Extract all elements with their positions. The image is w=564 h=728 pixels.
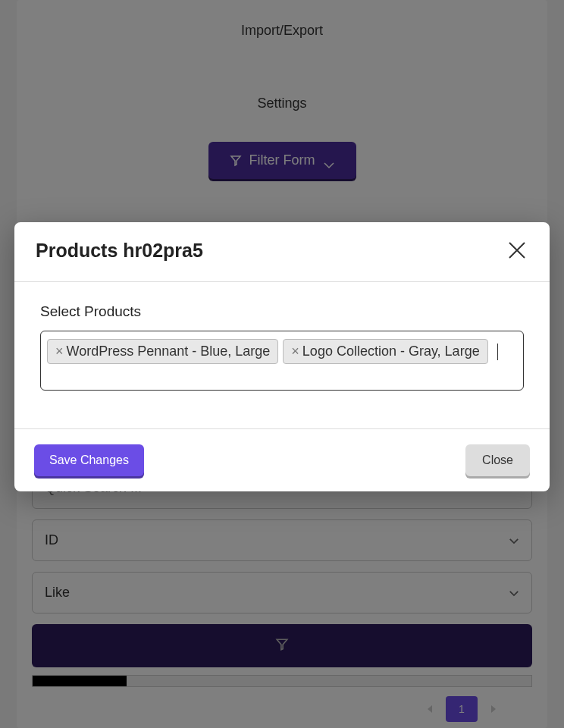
tag-label: Logo Collection - Gray, Large bbox=[302, 344, 480, 359]
modal-footer: Save Changes Close bbox=[14, 428, 550, 491]
modal-body: Select Products × WordPress Pennant - Bl… bbox=[14, 282, 550, 428]
tag-remove-icon[interactable]: × bbox=[291, 344, 299, 359]
close-button[interactable]: Close bbox=[465, 444, 530, 476]
product-tag: × Logo Collection - Gray, Large bbox=[283, 339, 487, 364]
products-tag-input[interactable]: × WordPress Pennant - Blue, Large × Logo… bbox=[40, 331, 524, 391]
save-changes-button[interactable]: Save Changes bbox=[34, 444, 144, 476]
products-modal: Products hr02pra5 Select Products × Word… bbox=[14, 222, 550, 491]
modal-title: Products hr02pra5 bbox=[36, 240, 203, 262]
close-icon[interactable] bbox=[506, 239, 528, 262]
text-cursor bbox=[497, 344, 498, 360]
tag-label: WordPress Pennant - Blue, Large bbox=[67, 344, 271, 359]
tag-remove-icon[interactable]: × bbox=[55, 344, 64, 359]
product-tag: × WordPress Pennant - Blue, Large bbox=[47, 339, 278, 364]
modal-header: Products hr02pra5 bbox=[14, 222, 550, 282]
select-products-label: Select Products bbox=[40, 303, 524, 320]
